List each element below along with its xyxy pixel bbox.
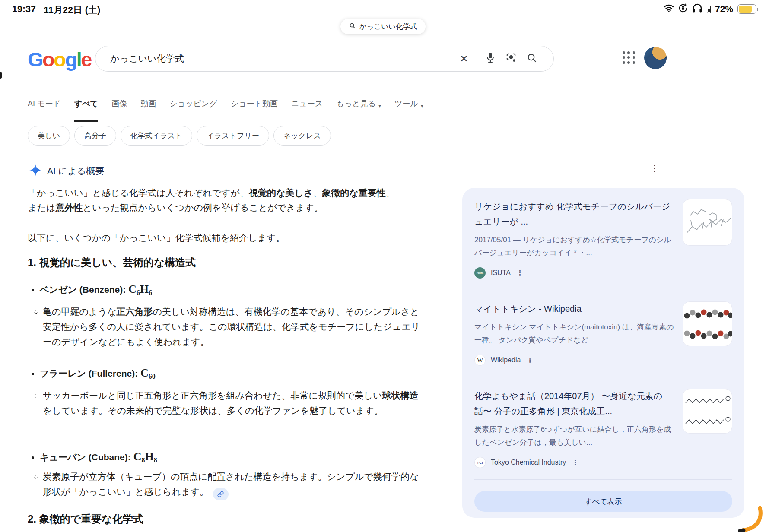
- google-lens-icon: [505, 52, 517, 65]
- source-card: 化学よもやま話（2014年07月） 〜身近な元素の話〜 分子の正多角形 | 東京…: [474, 389, 732, 469]
- battery-percent: 72%: [715, 4, 733, 14]
- chevron-down-icon: ▾: [378, 101, 381, 111]
- wifi-icon: [664, 4, 674, 14]
- tab-news[interactable]: ニュース: [291, 98, 323, 122]
- source-card-title[interactable]: マイトトキシン - Wikipedia: [474, 301, 675, 317]
- search-icon: [527, 53, 537, 65]
- card-menu-icon[interactable]: ⋮: [572, 459, 578, 466]
- floating-query-pill[interactable]: かっこいい化学式: [340, 19, 426, 34]
- search-input[interactable]: かっこいい化学式: [95, 53, 454, 65]
- chip-necklace[interactable]: ネックレス: [273, 126, 331, 146]
- clear-button[interactable]: ✕: [454, 48, 474, 69]
- chip-illustration-free[interactable]: イラストフリー: [197, 126, 269, 146]
- sources-panel: リケジョにおすすめ 化学式モチーフのシルバージュエリーが ... 2017/05…: [462, 188, 744, 518]
- headphones-battery-icon: [707, 6, 711, 13]
- ai-overview-menu-icon[interactable]: ⋮: [650, 163, 659, 174]
- source-card-snippet: 炭素原子と水素原子6つずつが互いに結合し，正六角形を成したベンゼン分子は，最も美…: [474, 423, 675, 449]
- screen: 19:37 11月22日 (土): [0, 0, 766, 532]
- source-name: Wikipedia: [491, 356, 521, 364]
- chevron-down-icon: ▾: [421, 101, 423, 111]
- status-bar: 19:37 11月22日 (土): [0, 0, 766, 19]
- bullet-cubane-description: 炭素原子が立方体（キューブ）の頂点に配置された構造を持ちます。シンプルで幾何学的…: [28, 469, 427, 500]
- source-card: マイトトキシン - Wikipedia マイトトキシン マイトトキシン(mait…: [474, 301, 732, 367]
- card-divider: [474, 479, 732, 480]
- lens-search-button[interactable]: [501, 48, 521, 69]
- tab-more[interactable]: もっと見る▾: [336, 98, 381, 122]
- corner-loader-arc: [734, 505, 766, 532]
- voice-search-button[interactable]: [480, 48, 501, 69]
- result-tabs: AI モード すべて 画像 動画 ショッピング ショート動画 ニュース もっと見…: [28, 98, 423, 122]
- tab-tools[interactable]: ツール▾: [394, 98, 423, 122]
- card-menu-icon[interactable]: ⋮: [527, 356, 533, 364]
- source-card-title[interactable]: リケジョにおすすめ 化学式モチーフのシルバージュエリーが ...: [474, 199, 675, 229]
- wikipedia-favicon: W: [474, 355, 486, 366]
- source-thumbnail-molecule[interactable]: [683, 301, 732, 346]
- ai-overview-label: AI による概要: [47, 165, 104, 177]
- source-name: Tokyo Chemical Industry: [491, 459, 566, 466]
- status-time: 19:37: [12, 4, 36, 16]
- card-divider: [474, 290, 732, 290]
- tab-ai-mode[interactable]: AI モード: [28, 98, 61, 122]
- source-thumbnail-chains[interactable]: [683, 389, 732, 434]
- source-name: ISUTA: [491, 269, 511, 277]
- chip-formula-illustration[interactable]: 化学式イラスト: [121, 126, 193, 146]
- search-bar[interactable]: かっこいい化学式 ✕: [95, 46, 554, 72]
- floating-query-text: かっこいい化学式: [359, 22, 417, 32]
- apps-grid-icon[interactable]: [623, 51, 636, 64]
- tab-short-videos[interactable]: ショート動画: [231, 98, 278, 122]
- chip-polymer[interactable]: 高分子: [74, 126, 116, 146]
- google-logo[interactable]: Google: [28, 48, 91, 71]
- source-card: リケジョにおすすめ 化学式モチーフのシルバージュエリーが ... 2017/05…: [474, 199, 732, 279]
- isuta-favicon: isuta: [474, 267, 486, 279]
- ai-section-heading: 1. 視覚的に美しい、芸術的な構造式: [28, 256, 196, 269]
- sparkle-icon: [29, 164, 41, 178]
- chip-beautiful[interactable]: 美しい: [28, 126, 70, 146]
- bullet-fullerene: フラーレン (Fullerene): C60: [28, 364, 416, 382]
- filter-chips: 美しい 高分子 化学式イラスト イラストフリー ネックレス: [28, 126, 331, 146]
- source-thumbnail-structure[interactable]: [683, 199, 732, 246]
- mic-icon: [485, 52, 496, 66]
- ai-paragraph: 以下に、いくつかの「かっこいい」化学式候補を紹介します。: [28, 231, 416, 245]
- close-icon: ✕: [460, 53, 468, 65]
- tci-favicon: TCI: [474, 457, 486, 468]
- bullet-cubane: キューバン (Cubane): C8H8: [28, 448, 416, 466]
- status-date: 11月22日 (土): [44, 4, 100, 16]
- bullet-benzene-description: 亀の甲羅のような正六角形の美しい対称構造は、有機化学の基本であり、そのシンプルさ…: [28, 304, 427, 349]
- tab-images[interactable]: 画像: [111, 98, 127, 122]
- source-card-snippet: 2017/05/01 — リケジョにおすすめ☆化学式モチーフのシルバージュエリー…: [474, 234, 675, 260]
- avatar[interactable]: [644, 47, 667, 69]
- tab-videos[interactable]: 動画: [140, 98, 156, 122]
- ai-overview-header: AI による概要: [29, 164, 104, 178]
- source-card-snippet: マイトトキシン マイトトキシン(maitotoxin) は、海産毒素の一種。 タ…: [474, 321, 675, 347]
- rotation-lock-icon: [678, 3, 688, 15]
- screen-edge-artifact: [0, 72, 2, 79]
- bullet-benzene: ベンゼン (Benzene): C6H6: [28, 281, 416, 298]
- tab-all[interactable]: すべて: [74, 98, 98, 122]
- search-submit-button[interactable]: [521, 48, 542, 69]
- bullet-fullerene-description: サッカーボールと同じ正五角形と正六角形を組み合わせた、非常に規則的で美しい球状構…: [28, 388, 427, 418]
- citation-link-icon[interactable]: [213, 488, 229, 500]
- ai-paragraph: 「かっこいい」と感じる化学式は人それぞれですが、視覚的な美しさ、象徴的な重要性、…: [28, 186, 399, 215]
- show-all-button[interactable]: すべて表示: [474, 491, 732, 512]
- tab-shopping[interactable]: ショッピング: [169, 98, 217, 122]
- search-icon: [349, 22, 356, 31]
- card-divider: [474, 377, 732, 377]
- card-menu-icon[interactable]: ⋮: [517, 269, 523, 277]
- search-bar-divider: [477, 51, 477, 66]
- headphones-icon: [692, 3, 702, 15]
- battery-icon: [737, 4, 756, 14]
- source-card-title[interactable]: 化学よもやま話（2014年07月） 〜身近な元素の話〜 分子の正多角形 | 東京…: [474, 389, 675, 419]
- ai-section-heading: 2. 象徴的で重要な化学式: [28, 512, 143, 526]
